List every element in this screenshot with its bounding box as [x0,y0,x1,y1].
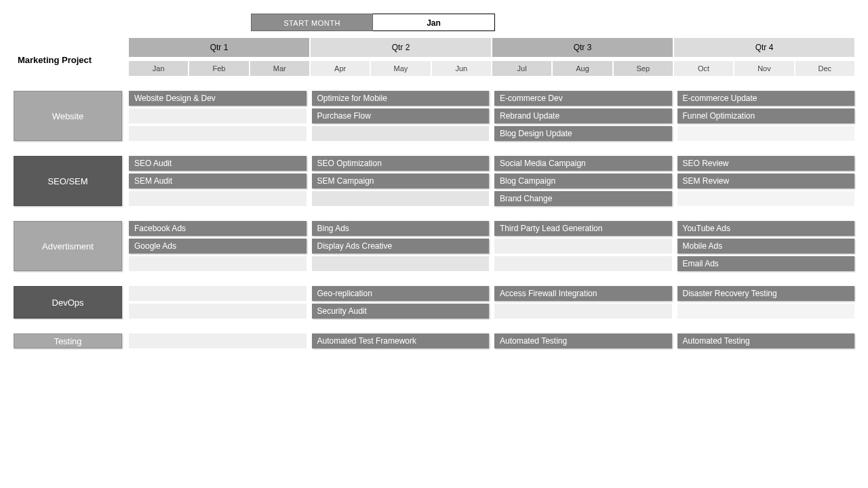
empty-cell [677,126,855,141]
task-row: Security Audit [129,304,854,319]
quarter-header: Qtr 4 [674,38,854,57]
empty-cell [677,191,855,206]
start-month-value[interactable]: Jan [373,14,495,31]
section-label: Advertisment [14,221,122,271]
section-label: Testing [14,333,122,348]
task-row: Website Design & DevOptimize for MobileE… [129,91,854,106]
task-bar[interactable]: Blog Campaign [494,174,672,188]
month-header: May [371,61,431,76]
task-bar[interactable]: Brand Change [494,191,672,206]
month-header: Jan [129,61,189,76]
task-bar[interactable]: Facebook Ads [129,221,307,236]
task-bar[interactable]: Access Firewall Integration [494,286,672,301]
empty-cell [312,256,495,271]
task-bar[interactable]: Automated Test Framework [312,333,490,348]
section-label: DevOps [14,286,122,319]
empty-cell [494,304,677,319]
task-bar[interactable]: Rebrand Update [494,108,672,123]
month-header: Oct [674,61,734,76]
empty-cell [677,304,855,319]
quarter-header: Qtr 3 [492,38,674,57]
empty-cell [129,333,312,348]
section-website: WebsiteWebsite Design & DevOptimize for … [14,91,854,141]
task-bar[interactable]: E-commerce Update [677,91,855,106]
month-header-row: Jan Feb Mar Apr May Jun Jul Aug Sep Oct … [129,61,854,76]
empty-cell [129,126,312,141]
task-bar[interactable]: YouTube Ads [677,221,855,236]
task-row: Automated Test FrameworkAutomated Testin… [129,333,854,348]
month-header: Sep [614,61,674,76]
task-bar[interactable]: Purchase Flow [312,108,490,123]
month-header: Apr [311,61,371,76]
task-row: Blog Design Update [129,126,854,141]
empty-cell [312,191,495,206]
page-title: Marketing Project [14,38,122,76]
empty-cell [129,286,312,301]
task-bar[interactable]: SEM Campaign [312,174,490,188]
task-bar[interactable]: Social Media Campaign [494,156,672,171]
task-row: Geo-replicationAccess Firewall Integrati… [129,286,854,301]
task-bar[interactable]: Funnel Optimization [677,108,855,123]
empty-cell [494,239,677,253]
task-bar[interactable]: SEO Optimization [312,156,490,171]
task-bar[interactable]: SEO Review [677,156,855,171]
empty-cell [312,126,495,141]
quarter-header-row: Qtr 1 Qtr 2 Qtr 3 Qtr 4 [129,38,854,57]
task-row: Facebook AdsBing AdsThird Party Lead Gen… [129,221,854,236]
section-seo-sem: SEO/SEMSEO AuditSEO OptimizationSocial M… [14,156,854,206]
quarter-header: Qtr 1 [129,38,311,57]
task-bar[interactable]: Automated Testing [494,333,672,348]
task-bar[interactable]: Security Audit [312,304,490,319]
start-month-row: START MONTH Jan [14,14,854,31]
month-header: Aug [553,61,613,76]
month-header: Dec [795,61,854,76]
month-header: Nov [734,61,795,76]
start-month-label: START MONTH [251,14,373,31]
task-bar[interactable]: E-commerce Dev [494,91,672,106]
task-row: Email Ads [129,256,854,271]
task-bar[interactable]: Disaster Recovery Testing [677,286,855,301]
empty-cell [129,304,312,319]
empty-cell [494,256,677,271]
section-label: Website [14,91,122,141]
task-bar[interactable]: Mobile Ads [677,239,855,253]
task-bar[interactable]: Third Party Lead Generation [494,221,672,236]
task-bar[interactable]: Geo-replication [312,286,490,301]
task-bar[interactable]: Website Design & Dev [129,91,307,106]
task-row: SEO AuditSEO OptimizationSocial Media Ca… [129,156,854,171]
task-bar[interactable]: Google Ads [129,239,307,253]
task-bar[interactable]: SEM Review [677,174,855,188]
section-testing: TestingAutomated Test FrameworkAutomated… [14,333,854,348]
task-bar[interactable]: Automated Testing [677,333,855,348]
task-bar[interactable]: Email Ads [677,256,855,271]
task-row: SEM AuditSEM CampaignBlog CampaignSEM Re… [129,174,854,188]
task-row: Purchase FlowRebrand UpdateFunnel Optimi… [129,108,854,123]
empty-cell [129,191,312,206]
month-header: Jul [492,61,553,76]
task-bar[interactable]: SEM Audit [129,174,307,188]
task-bar[interactable]: Optimize for Mobile [312,91,490,106]
quarter-header: Qtr 2 [311,38,492,57]
section-devops: DevOpsGeo-replicationAccess Firewall Int… [14,286,854,319]
task-row: Google AdsDisplay Ads CreativeMobile Ads [129,239,854,253]
task-bar[interactable]: SEO Audit [129,156,307,171]
month-header: Jun [432,61,492,76]
task-row: Brand Change [129,191,854,206]
month-header: Mar [250,61,311,76]
section-advertisment: AdvertismentFacebook AdsBing AdsThird Pa… [14,221,854,271]
month-header: Feb [189,61,250,76]
section-label: SEO/SEM [14,156,122,206]
task-bar[interactable]: Display Ads Creative [312,239,490,253]
task-bar[interactable]: Blog Design Update [494,126,672,141]
task-bar[interactable]: Bing Ads [312,221,490,236]
empty-cell [129,256,312,271]
empty-cell [129,108,312,123]
